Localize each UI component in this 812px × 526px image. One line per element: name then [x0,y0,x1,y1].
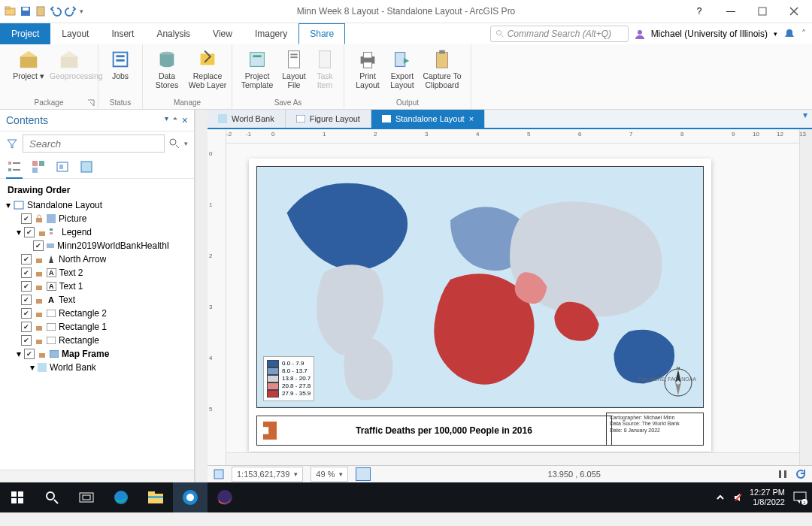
lock-icon[interactable] [38,228,47,237]
export-layout-button[interactable]: Export Layout [386,47,419,98]
user-dropdown-icon[interactable]: ▾ [774,30,777,38]
lock-icon[interactable] [35,295,44,304]
replace-web-layer-button[interactable]: Replace Web Layer [188,47,227,98]
undo-icon[interactable] [50,5,62,17]
layout-file-button[interactable]: Layout File [278,47,310,98]
pin-icon[interactable] [171,114,179,122]
contents-search-input[interactable] [28,138,159,150]
command-search-input[interactable]: Command Search (Alt+Q) [490,26,629,42]
lock-icon[interactable] [35,255,44,264]
contents-tree[interactable]: ▾Standalone Layout ✔Picture ▾✔Legend ✔Mi… [0,198,194,470]
lock-icon[interactable] [35,282,44,291]
save-icon[interactable] [20,5,32,17]
element-type-icon[interactable] [30,159,47,175]
data-stores-button[interactable]: Data Stores [147,47,186,98]
project-package-button[interactable]: Project ▾ [9,47,48,98]
layout-canvas[interactable]: 0.0 - 7.9 8.0 - 13.7 13.8 - 20.7 20.8 - … [226,144,799,452]
map-title: Traffic Deaths per 100,000 People in 201… [283,425,605,436]
selection-chip-icon[interactable] [214,469,224,479]
tab-layout[interactable]: Layout [50,23,100,44]
svg-rect-46 [36,272,42,277]
lock-icon[interactable] [35,309,44,318]
lock-icon[interactable] [35,214,44,223]
lock-icon[interactable] [35,322,44,331]
window-title: Minn Week 8 Layout - Standalone Layout -… [297,6,516,17]
capture-clipboard-button[interactable]: Capture To Clipboard [420,47,464,98]
user-label[interactable]: Michael (University of Illinois) [651,29,768,39]
scale-box[interactable]: 1:153,621,739 ▾ [232,467,303,482]
redo-icon[interactable] [65,5,77,17]
search-icon[interactable] [169,138,180,149]
tab-view[interactable]: View [201,23,244,44]
qat-dropdown-icon[interactable]: ▾ [80,8,83,15]
view-options-icon[interactable]: ▾ [798,110,812,128]
pause-drawing-icon[interactable] [777,469,788,479]
panel-scrollbar-h[interactable] [0,470,194,482]
tab-imagery[interactable]: Imagery [244,23,298,44]
map-frame[interactable]: 0.0 - 7.9 8.0 - 13.7 13.8 - 20.7 20.8 - … [256,166,704,408]
minimize-button[interactable]: — [716,1,746,22]
filter-icon[interactable] [6,138,18,150]
lock-icon[interactable] [35,268,44,277]
zoom-slider[interactable] [356,467,371,481]
svg-rect-19 [290,56,297,58]
canvas-scrollbar-h[interactable] [226,452,799,465]
close-panel-icon[interactable]: × [182,114,188,126]
lock-icon[interactable] [38,349,47,358]
cursor-coords: 13.950 , 6.055 [548,470,601,479]
firefox-icon[interactable] [208,482,242,512]
svg-rect-16 [253,55,261,57]
edge-icon[interactable] [104,482,138,512]
zoom-box[interactable]: 49 % ▾ [311,467,348,482]
volume-icon[interactable] [733,492,744,503]
help-button[interactable]: ? [684,1,714,22]
search-dropdown-icon[interactable]: ▾ [184,140,188,147]
taskview-icon[interactable] [69,482,104,512]
lock-icon[interactable] [35,336,44,345]
project-template-button[interactable]: Project Template [238,47,277,98]
status-bar: 1:153,621,739 ▾ 49 % ▾ 13.950 , 6.055 [208,465,812,482]
group-manage: Data Stores Replace Web Layer Manage [143,44,232,109]
map-frame-icon[interactable] [54,159,71,175]
open-project-icon[interactable] [5,5,17,17]
action-center-icon[interactable]: 1 [792,490,807,505]
svg-rect-72 [80,493,93,502]
doctab-figure[interactable]: Figure Layout [286,110,371,128]
autohide-icon[interactable]: ▾ [165,114,168,126]
close-tab-icon[interactable]: × [469,114,474,123]
collapse-ribbon-icon[interactable]: ˄ [801,29,806,39]
svg-rect-56 [50,350,59,358]
dialog-launcher-icon[interactable] [87,99,95,107]
arcgis-pro-taskbar-icon[interactable] [173,482,208,512]
panel-scrollbar-v[interactable] [195,110,208,482]
svg-rect-38 [14,201,23,209]
tab-share[interactable]: Share [298,23,345,44]
doctab-worldbank[interactable]: World Bank [208,110,286,128]
svg-point-27 [170,139,176,145]
svg-rect-73 [83,495,90,500]
tray-chevron-icon[interactable] [715,492,726,503]
text-icon: A [47,282,56,291]
doctab-standalone[interactable]: Standalone Layout× [371,110,485,128]
map-title-box[interactable]: Traffic Deaths per 100,000 People in 201… [256,416,612,446]
paste-icon[interactable] [35,5,47,17]
refresh-icon[interactable] [795,469,806,479]
search-taskbar-icon[interactable] [35,482,69,512]
start-button[interactable] [0,482,35,512]
drawing-order-icon[interactable] [6,159,23,175]
system-tray[interactable]: 12:27 PM 1/8/2022 1 [715,488,812,506]
maximize-button[interactable] [747,1,777,22]
tab-analysis[interactable]: Analysis [145,23,201,44]
close-button[interactable] [779,1,809,22]
layout-page[interactable]: 0.0 - 7.9 8.0 - 13.7 13.8 - 20.7 20.8 - … [249,159,711,452]
explorer-icon[interactable] [138,482,173,512]
print-layout-button[interactable]: Print Layout [351,47,384,98]
selection-icon[interactable] [78,159,95,175]
tab-project[interactable]: Project [0,23,50,44]
jobs-button[interactable]: Jobs [101,47,140,98]
svg-rect-17 [289,51,300,68]
credit-box[interactable]: Cartographer: Michael Minn Data Source: … [606,413,704,446]
tab-insert[interactable]: Insert [100,23,145,44]
canvas-scrollbar-v[interactable] [799,129,812,465]
notifications-icon[interactable] [783,28,795,40]
